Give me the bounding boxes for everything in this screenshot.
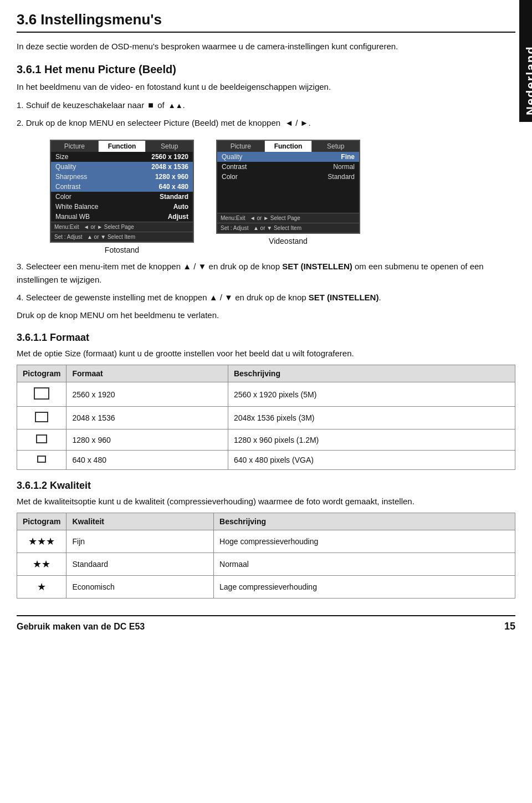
subsection-title: 3.6.1 Het menu Picture (Beeld) [17,63,515,76]
formaat-pic-1 [17,382,66,407]
osd-foto-tab-picture: Picture [51,141,99,152]
formaat-pic-4 [17,451,66,470]
osd-foto-row-sharpness: Sharpness1280 x 960 [51,172,193,182]
video-icon: ▲▲ [168,101,183,110]
formaat-col-beschrijving: Beschrijving [228,365,515,382]
osd-video-caption: Videostand [216,237,360,245]
kwal-kwaliteit-1: Fijn [66,530,214,553]
formaat-pic-2 [17,407,66,429]
osd-video-row-empty1 [217,182,359,190]
osd-video-tab-setup: Setup [312,141,359,152]
osd-foto-caption: Fotostand [50,245,194,254]
osd-video-row-contrast: ContrastNormal [217,162,359,172]
kwal-pic-2: ★★ [17,553,66,576]
kwaliteit-intro: Met de kwaliteitsoptie kunt u de kwalite… [17,495,515,508]
osd-video: Picture Function Setup QualityFine Contr… [216,140,360,254]
formaat-desc-1: 2560 x 1920 pixels (5M) [228,382,515,407]
pic-small-icon [36,434,47,443]
step2-arrows: ◄ / ► [285,118,308,127]
pic-medium-icon [35,412,48,422]
kwal-desc-1: Hoge compressieverhouding [214,530,515,553]
intro-text: In deze sectie worden de OSD-menu's besp… [17,40,515,53]
osd-foto-footer2: Set : Adjust ▲ or ▼ Select Item [51,232,193,242]
osd-foto-tab-setup: Setup [146,141,193,152]
osd-video-tab-picture: Picture [217,141,265,152]
pic-large-icon [34,387,49,400]
kwal-row-1: ★★★ Fijn Hoge compressieverhouding [17,530,515,553]
steps-section: 3. Selecteer een menu-item met de knoppe… [17,260,515,322]
formaat-col-pictogram: Pictogram [17,365,66,382]
osd-foto-rows: Size2560 x 1920 Quality2048 x 1536 Sharp… [51,152,193,222]
formaat-size-1: 2560 x 1920 [66,382,228,407]
step1-text: 1. Schuif de keuzeschakelaar naar ■ of ▲… [17,98,515,112]
formaat-desc-2: 2048x 1536 pixels (3M) [228,407,515,429]
osd-foto: Picture Function Setup Size2560 x 1920 Q… [50,140,194,254]
osd-foto-row-quality: Quality2048 x 1536 [51,162,193,172]
step4-text: 4. Selecteer de gewenste instelling met … [17,291,515,304]
osd-video-rows: QualityFine ContrastNormal ColorStandard [217,152,359,213]
osd-container: Picture Function Setup Size2560 x 1920 Q… [50,140,515,254]
osd-video-footer2: Set : Adjust ▲ or ▼ Select Item [217,223,359,233]
kwal-col-pictogram: Pictogram [17,513,66,530]
pic-tiny-icon [37,456,46,463]
kwal-kwaliteit-3: Economisch [66,576,214,599]
step3-text: 3. Selecteer een menu-item met de knoppe… [17,260,515,287]
sidebar-label: Nederland [519,0,532,122]
osd-video-row-color: ColorStandard [217,172,359,182]
osd-foto-row-manualwb: Manual WBAdjust [51,212,193,222]
kwal-desc-2: Normaal [214,553,515,576]
kwal-pic-3: ★ [17,576,66,599]
kwal-kwaliteit-2: Standaard [66,553,214,576]
stars-1: ★ [37,581,46,592]
camera-icon: ■ [148,100,154,110]
formaat-intro: Met de optie Size (formaat) kunt u de gr… [17,347,515,360]
osd-video-row-empty2 [217,190,359,197]
section-title: 3.6 Instellingsmenu's [17,11,515,33]
formaat-row-1: 2560 x 1920 2560 x 1920 pixels (5M) [17,382,515,407]
osd-video-footer: Menu:Exit ◄ or ► Select Page [217,213,359,223]
formaat-table: Pictogram Formaat Beschrijving 2560 x 19… [17,365,515,470]
stars-3: ★★★ [28,536,55,547]
formaat-title: 3.6.1.1 Formaat [17,332,515,344]
footer-text: Gebruik maken van de DC E53 [17,622,145,632]
kwal-row-3: ★ Economisch Lage compressieverhouding [17,576,515,599]
formaat-row-4: 640 x 480 640 x 480 pixels (VGA) [17,451,515,470]
osd-foto-tab-function: Function [99,141,146,152]
osd-video-row-empty3 [217,197,359,205]
formaat-row-2: 2048 x 1536 2048x 1536 pixels (3M) [17,407,515,429]
osd-foto-footer: Menu:Exit ◄ or ► Select Page [51,222,193,232]
subsection-intro: In het beeldmenu van de video- en fotost… [17,80,515,94]
step2-text: 2. Druk op de knop MENU en selecteer Pic… [17,116,515,130]
formaat-col-formaat: Formaat [66,365,228,382]
osd-video-row-quality: QualityFine [217,152,359,162]
osd-video-row-empty4 [217,205,359,213]
osd-video-tabs: Picture Function Setup [217,141,359,152]
formaat-size-4: 640 x 480 [66,451,228,470]
kwal-pic-1: ★★★ [17,530,66,553]
kwal-col-beschrijving: Beschrijving [214,513,515,530]
kwal-desc-3: Lage compressieverhouding [214,576,515,599]
formaat-size-3: 1280 x 960 [66,429,228,451]
formaat-size-2: 2048 x 1536 [66,407,228,429]
kwal-row-2: ★★ Standaard Normaal [17,553,515,576]
formaat-row-3: 1280 x 960 1280 x 960 pixels (1.2M) [17,429,515,451]
osd-foto-row-wb: White BalanceAuto [51,202,193,212]
kwal-col-kwaliteit: Kwaliteit [66,513,214,530]
osd-video-tab-function: Function [265,141,313,152]
formaat-pic-3 [17,429,66,451]
osd-foto-row-contrast: Contrast640 x 480 [51,182,193,192]
osd-foto-row-color: ColorStandard [51,192,193,202]
footer-page: 15 [504,621,515,632]
osd-foto-row-size: Size2560 x 1920 [51,152,193,162]
stars-2: ★★ [33,559,50,570]
formaat-desc-3: 1280 x 960 pixels (1.2M) [228,429,515,451]
formaat-desc-4: 640 x 480 pixels (VGA) [228,451,515,470]
footer-bar: Gebruik maken van de DC E53 15 [17,615,515,632]
kwaliteit-table: Pictogram Kwaliteit Beschrijving ★★★ Fij… [17,513,515,599]
kwaliteit-title: 3.6.1.2 Kwaliteit [17,480,515,492]
osd-foto-tabs: Picture Function Setup [51,141,193,152]
exit-note: Druk op de knop MENU om het beeldmenu te… [17,309,515,322]
